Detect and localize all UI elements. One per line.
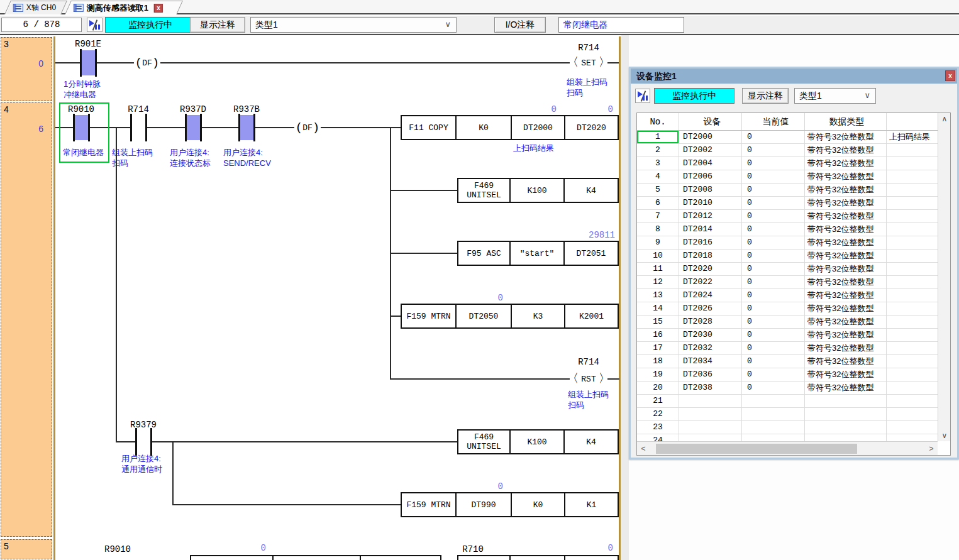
cell-type[interactable]: 带符号32位整数型 [804, 250, 886, 262]
cell-no[interactable]: 23 [637, 421, 679, 434]
table-row[interactable]: 18DT20340带符号32位整数型 [637, 355, 938, 368]
cell-dev[interactable]: DT2022 [679, 276, 741, 288]
cell-cmt[interactable] [886, 382, 938, 394]
set-coil[interactable]: 〈SET〉 [570, 56, 607, 70]
scroll-down-icon[interactable]: ∨ [938, 430, 951, 441]
cell-val[interactable] [741, 421, 804, 434]
table-row[interactable]: 6DT20100带符号32位整数型 [637, 197, 938, 210]
cell-type[interactable]: 带符号32位整数型 [804, 368, 886, 381]
cell-dev[interactable]: DT2008 [679, 184, 741, 196]
cell-type[interactable]: 带符号32位整数型 [804, 302, 886, 315]
cell-no[interactable]: 8 [637, 223, 679, 236]
io-comment-input[interactable]: 常闭继电器 [558, 17, 684, 33]
df-coil[interactable]: (DF) [294, 121, 321, 135]
cell-type[interactable]: 带符号32位整数型 [804, 210, 886, 222]
cell-dev[interactable]: DT2014 [679, 223, 741, 236]
cell-val[interactable]: 0 [741, 236, 804, 249]
rst-coil[interactable]: 〈RST〉 [570, 372, 607, 386]
cell-cmt[interactable] [886, 210, 938, 222]
cell-type[interactable]: 带符号32位整数型 [804, 223, 886, 236]
cell-no[interactable]: 1 [637, 131, 679, 143]
cell-type[interactable]: 带符号32位整数型 [804, 355, 886, 368]
cell-val[interactable]: 0 [741, 355, 804, 368]
table-row[interactable]: 24 [637, 434, 938, 441]
cell-val[interactable]: 0 [741, 197, 804, 209]
cell-cmt[interactable] [886, 342, 938, 354]
col-header-comment[interactable] [886, 113, 938, 130]
table-row[interactable]: 11DT20200带符号32位整数型 [637, 263, 938, 276]
ladder-editor[interactable]: 3 0 4 6 5 R901E 1分时钟脉冲继电器 (DF) R714 〈SET… [0, 35, 621, 560]
table-row[interactable]: 19DT20360带符号32位整数型 [637, 368, 938, 382]
table-row[interactable]: 10DT20180带符号32位整数型 [637, 250, 938, 263]
cell-val[interactable]: 0 [741, 157, 804, 170]
col-header-type[interactable]: 数据类型 [804, 113, 886, 130]
cell-cmt[interactable] [886, 276, 938, 288]
cell-dev[interactable]: DT2002 [679, 144, 741, 156]
cell-type[interactable] [804, 434, 886, 441]
cell-dev[interactable]: DT2018 [679, 250, 741, 262]
cell-dev[interactable]: DT2026 [679, 302, 741, 315]
cell-val[interactable]: 0 [741, 329, 804, 341]
cell-type[interactable]: 带符号32位整数型 [804, 157, 886, 170]
cell-type[interactable]: 带符号32位整数型 [804, 342, 886, 354]
cell-type[interactable]: 带符号32位整数型 [804, 184, 886, 196]
rung-margin-3[interactable]: 3 0 [1, 37, 52, 101]
cell-no[interactable]: 24 [637, 434, 679, 441]
table-row[interactable]: 12DT20220带符号32位整数型 [637, 276, 938, 289]
contact-r714[interactable] [130, 114, 147, 141]
cell-cmt[interactable] [886, 355, 938, 368]
table-row[interactable]: 9DT20160带符号32位整数型 [637, 236, 938, 250]
col-header-no[interactable]: No. [637, 113, 679, 130]
monitor-toggle-icon[interactable] [635, 89, 650, 103]
cell-val[interactable]: 0 [741, 316, 804, 328]
horizontal-scrollbar[interactable]: < > [637, 441, 938, 455]
cell-dev[interactable] [679, 421, 741, 434]
contact-r937b[interactable] [238, 114, 255, 141]
cell-no[interactable]: 11 [637, 263, 679, 275]
cell-dev[interactable]: DT2034 [679, 355, 741, 368]
table-row[interactable]: 3DT20040带符号32位整数型 [637, 157, 938, 170]
cell-cmt[interactable] [886, 368, 938, 381]
cell-type[interactable]: 带符号32位整数型 [804, 329, 886, 341]
contact-r9379[interactable] [135, 428, 152, 456]
cell-val[interactable]: 0 [741, 368, 804, 381]
cell-val[interactable]: 0 [741, 184, 804, 196]
show-comment-button[interactable]: 显示注释 [742, 88, 789, 104]
cell-cmt[interactable] [886, 434, 938, 441]
cell-val[interactable]: 0 [741, 276, 804, 288]
cell-dev[interactable]: DT2036 [679, 368, 741, 381]
cell-type[interactable]: 带符号32位整数型 [804, 316, 886, 328]
cell-val[interactable] [741, 395, 804, 407]
cell-type[interactable] [804, 421, 886, 434]
vertical-scrollbar[interactable]: ∧ ∨ [938, 113, 950, 441]
table-row[interactable]: 7DT20120带符号32位整数型 [637, 210, 938, 223]
fblock-f469-unitsel[interactable]: F469UNITSEL K100 K4 [457, 429, 619, 454]
cell-cmt[interactable]: 上扫码结果 [886, 131, 938, 143]
table-row[interactable]: 23 [637, 421, 938, 434]
cell-dev[interactable] [679, 395, 741, 407]
cell-cmt[interactable] [886, 316, 938, 328]
table-row[interactable]: 20DT20380带符号32位整数型 [637, 382, 938, 395]
cell-no[interactable]: 21 [637, 395, 679, 407]
cell-type[interactable]: 带符号32位整数型 [804, 382, 886, 394]
cell-dev[interactable] [679, 408, 741, 420]
cell-val[interactable]: 0 [741, 210, 804, 222]
scroll-up-icon[interactable]: ∧ [938, 113, 951, 124]
cell-dev[interactable]: DT2010 [679, 197, 741, 209]
cell-cmt[interactable] [886, 157, 938, 170]
table-row[interactable]: 8DT20140带符号32位整数型 [637, 223, 938, 236]
cell-no[interactable]: 16 [637, 329, 679, 341]
table-row[interactable]: 22 [637, 408, 938, 421]
cell-type[interactable]: 带符号32位整数型 [804, 170, 886, 183]
table-row[interactable]: 1DT20000带符号32位整数型上扫码结果 [637, 131, 938, 144]
cell-dev[interactable]: DT2012 [679, 210, 741, 222]
cell-cmt[interactable] [886, 236, 938, 249]
cell-dev[interactable]: DT2038 [679, 382, 741, 394]
cell-cmt[interactable] [886, 421, 938, 434]
cell-cmt[interactable] [886, 263, 938, 275]
cell-no[interactable]: 12 [637, 276, 679, 288]
cell-cmt[interactable] [886, 289, 938, 302]
fblock-f159-mtrn[interactable]: F159 MTRN DT2050 K3 K2001 [401, 304, 619, 329]
cell-no[interactable]: 17 [637, 342, 679, 354]
cell-no[interactable]: 2 [637, 144, 679, 156]
